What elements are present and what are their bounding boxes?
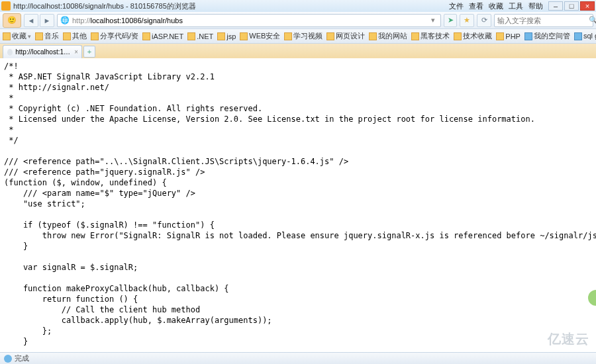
bookmark-item[interactable]: .NET — [187, 32, 213, 40]
bookmark-label: 网页设计 — [336, 31, 365, 41]
bookmark-label: 收藏 — [12, 31, 26, 41]
window-controls: – □ × — [548, 1, 595, 11]
status-text: 完成 — [15, 353, 29, 363]
bookmark-item[interactable]: 我的空间管 — [524, 31, 570, 41]
status-bar: 完成 — [0, 352, 596, 364]
bookmark-item[interactable]: 网页设计 — [326, 31, 365, 41]
tab-bar: http://localhost:10086... × + — [0, 44, 596, 58]
address-bar: 🙂 ◄ ► 🌐 http:// ▾ ➤ ★ ⟳ 🔍 — [0, 12, 596, 29]
folder-icon — [496, 32, 504, 40]
page-content[interactable]: /*! * ASP.NET SignalR JavaScript Library… — [0, 58, 596, 352]
bookmark-item[interactable]: iASP.NET — [142, 32, 183, 40]
minimize-button[interactable]: – — [548, 1, 563, 11]
nav-buttons: ◄ ► — [24, 14, 54, 27]
folder-icon — [240, 32, 248, 40]
source-code: /*! * ASP.NET SignalR JavaScript Library… — [4, 61, 592, 352]
bookmark-item[interactable]: 音乐 — [35, 31, 59, 41]
folder-icon — [91, 32, 99, 40]
search-icon[interactable]: 🔍 — [589, 16, 596, 24]
url-dropdown-icon[interactable]: ▾ — [428, 16, 438, 24]
bookmark-item[interactable]: 技术收藏 — [454, 31, 492, 41]
folder-icon — [369, 32, 377, 40]
bookmark-label: .NET — [197, 32, 213, 40]
bookmark-item[interactable]: PHP — [496, 32, 521, 40]
bookmark-label: 我的空间管 — [534, 31, 570, 41]
menu-tools[interactable]: 工具 — [509, 1, 523, 11]
folder-icon — [142, 32, 150, 40]
page-icon — [574, 32, 582, 40]
tab-close-icon[interactable]: × — [74, 48, 77, 56]
folder-icon — [326, 32, 334, 40]
status-icon — [4, 355, 12, 363]
app-icon — [1, 1, 11, 11]
bookmark-label: 分享代码/资 — [100, 31, 138, 41]
bookmark-label: 学习视频 — [293, 31, 323, 41]
url-prefix: http:// — [72, 17, 91, 24]
new-tab-button[interactable]: + — [83, 46, 95, 58]
tab-label: http://localhost:10086... — [15, 48, 72, 56]
star-icon — [3, 32, 11, 40]
bookmark-label: PHP — [505, 32, 521, 40]
bookmark-label: 技术收藏 — [463, 31, 492, 41]
user-avatar-icon[interactable]: 🙂 — [3, 13, 21, 28]
menu-view[interactable]: 查看 — [469, 1, 483, 11]
bookmark-favorites[interactable]: 收藏▾ — [3, 31, 31, 41]
search-box[interactable]: 🔍 — [494, 14, 593, 27]
forward-button[interactable]: ► — [40, 14, 54, 27]
title-bar: http://localhost:10086/signalr/hubs - 81… — [0, 0, 596, 12]
folder-icon — [63, 32, 71, 40]
close-button[interactable]: × — [580, 1, 595, 11]
bookmark-label: iASP.NET — [152, 32, 183, 40]
bookmark-item[interactable]: sql guid 例 — [574, 31, 596, 41]
folder-icon — [284, 32, 292, 40]
favorite-star-icon[interactable]: ★ — [460, 14, 474, 27]
folder-icon — [454, 32, 462, 40]
go-button[interactable]: ➤ — [444, 14, 457, 27]
bookmark-item[interactable]: 其他 — [63, 31, 87, 41]
bookmarks-bar: 收藏▾ 音乐 其他 分享代码/资 iASP.NET .NET jsp WEB安全… — [0, 29, 596, 44]
bookmark-label: 其他 — [72, 31, 87, 41]
bookmark-label: 音乐 — [44, 31, 59, 41]
maximize-button[interactable]: □ — [564, 1, 579, 11]
url-input[interactable] — [91, 17, 428, 24]
bookmark-label: WEB安全 — [249, 31, 280, 41]
folder-icon — [35, 32, 43, 40]
bookmark-item[interactable]: 学习视频 — [284, 31, 323, 41]
page-icon — [524, 32, 532, 40]
back-button[interactable]: ◄ — [24, 14, 38, 27]
bookmark-item[interactable]: 黑客技术 — [411, 31, 450, 41]
url-box[interactable]: 🌐 http:// ▾ — [57, 14, 441, 27]
folder-icon — [187, 32, 195, 40]
chevron-down-icon: ▾ — [28, 33, 31, 40]
menu-file[interactable]: 文件 — [449, 1, 464, 11]
window-title: http://localhost:10086/signalr/hubs - 81… — [13, 1, 449, 11]
folder-icon — [411, 32, 419, 40]
bookmark-label: 我的网站 — [378, 31, 407, 41]
bookmark-label: jsp — [226, 32, 236, 40]
bookmark-label: 黑客技术 — [421, 31, 450, 41]
tab-favicon — [7, 49, 13, 56]
menu-bar: 文件 查看 收藏 工具 帮助 — [449, 1, 543, 11]
menu-favorites[interactable]: 收藏 — [489, 1, 503, 11]
refresh-button[interactable]: ⟳ — [477, 14, 491, 27]
bookmark-item[interactable]: 分享代码/资 — [91, 31, 138, 41]
browser-tab[interactable]: http://localhost:10086... × — [3, 45, 82, 58]
folder-icon — [217, 32, 225, 40]
bookmark-item[interactable]: jsp — [217, 32, 236, 40]
bookmark-item[interactable]: 我的网站 — [369, 31, 407, 41]
bookmark-item[interactable]: WEB安全 — [240, 31, 280, 41]
bookmark-label: sql guid 例 — [583, 31, 596, 41]
menu-help[interactable]: 帮助 — [528, 1, 543, 11]
site-icon: 🌐 — [60, 16, 70, 25]
search-input[interactable] — [497, 17, 589, 24]
watermark-text: 亿速云 — [548, 330, 589, 348]
